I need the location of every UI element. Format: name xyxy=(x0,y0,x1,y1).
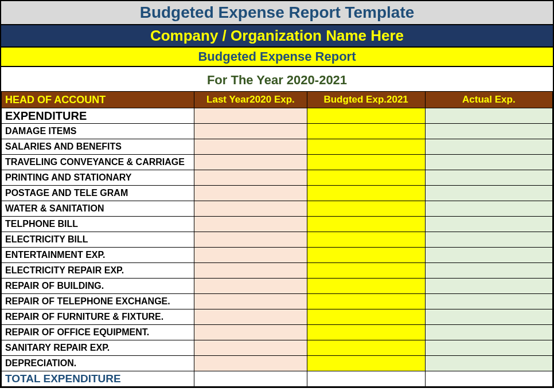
cell-budgeted[interactable] xyxy=(307,263,425,279)
table-row: REPAIR OF BUILDING. xyxy=(2,279,553,294)
cell-budgeted[interactable] xyxy=(307,356,425,371)
row-label: DEPRECIATION. xyxy=(2,356,194,371)
table-row: REPAIR OF TELEPHONE EXCHANGE. xyxy=(2,294,553,309)
cell-actual[interactable] xyxy=(425,356,552,371)
table-row: REPAIR OF FURNITURE & FIXTURE. xyxy=(2,309,553,325)
report-title: Budgeted Expense Report xyxy=(198,49,356,64)
total-budgeted[interactable] xyxy=(307,371,425,387)
cell-actual[interactable] xyxy=(425,170,552,186)
cell-budgeted[interactable] xyxy=(307,294,425,309)
cell-actual[interactable] xyxy=(425,139,552,155)
cell-actual[interactable] xyxy=(425,201,552,217)
row-label: ENTERTAINMENT EXP. xyxy=(2,248,194,263)
cell-last-year[interactable] xyxy=(194,155,307,170)
total-actual[interactable] xyxy=(425,371,552,387)
row-label: DAMAGE ITEMS xyxy=(2,124,194,139)
cell-actual[interactable] xyxy=(425,309,552,325)
cell-actual[interactable] xyxy=(425,263,552,279)
col-header-budgeted: Budgted Exp.2021 xyxy=(307,92,425,108)
table-row: TRAVELING CONVEYANCE & CARRIAGE xyxy=(2,155,553,170)
cell-actual[interactable] xyxy=(425,232,552,248)
row-label: REPAIR OF TELEPHONE EXCHANGE. xyxy=(2,294,194,309)
cell-last-year[interactable] xyxy=(194,279,307,294)
cell-budgeted[interactable] xyxy=(307,201,425,217)
table-row: REPAIR OF OFFICE EQUIPMENT. xyxy=(2,325,553,340)
cell-budgeted[interactable] xyxy=(307,217,425,232)
cell-actual[interactable] xyxy=(425,248,552,263)
table-row: ELECTRICITY REPAIR EXP. xyxy=(2,263,553,279)
cell-budgeted[interactable] xyxy=(307,170,425,186)
expense-table: HEAD OF ACCOUNT Last Year2020 Exp. Budgt… xyxy=(1,91,553,387)
cell-last-year[interactable] xyxy=(194,139,307,155)
col-header-last-year: Last Year2020 Exp. xyxy=(194,92,307,108)
cell-last-year[interactable] xyxy=(194,294,307,309)
cell-budgeted[interactable] xyxy=(307,186,425,201)
row-label: TELPHONE BILL xyxy=(2,217,194,232)
cell-last-year[interactable] xyxy=(194,170,307,186)
cell-last-year[interactable] xyxy=(194,263,307,279)
row-label: REPAIR OF OFFICE EQUIPMENT. xyxy=(2,325,194,340)
cell-budgeted[interactable] xyxy=(307,139,425,155)
cell-budgeted[interactable] xyxy=(307,340,425,356)
cell-actual[interactable] xyxy=(425,155,552,170)
table-row: POSTAGE AND TELE GRAM xyxy=(2,186,553,201)
report-wrap: Budgeted Expense Report Template Company… xyxy=(0,0,554,388)
company-bar: Company / Organization Name Here xyxy=(1,25,553,48)
cell-last-year[interactable] xyxy=(194,309,307,325)
col-header-account: HEAD OF ACCOUNT xyxy=(2,92,194,108)
row-label: WATER & SANITATION xyxy=(2,201,194,217)
total-last-year[interactable] xyxy=(194,371,307,387)
year-label: For The Year 2020-2021 xyxy=(207,73,347,87)
year-bar: For The Year 2020-2021 xyxy=(1,67,553,91)
category-row: EXPENDITURE xyxy=(2,108,553,124)
cell-last-year[interactable] xyxy=(194,356,307,371)
cell-budgeted[interactable] xyxy=(307,108,425,124)
cell-actual[interactable] xyxy=(425,217,552,232)
cell-budgeted[interactable] xyxy=(307,248,425,263)
report-title-bar: Budgeted Expense Report xyxy=(1,48,553,67)
cell-actual[interactable] xyxy=(425,108,552,124)
cell-budgeted[interactable] xyxy=(307,232,425,248)
row-label: SALARIES AND BENEFITS xyxy=(2,139,194,155)
cell-actual[interactable] xyxy=(425,294,552,309)
total-row: TOTAL EXPENDITURE xyxy=(2,371,553,387)
table-row: DAMAGE ITEMS xyxy=(2,124,553,139)
table-row: DEPRECIATION. xyxy=(2,356,553,371)
row-label: SANITARY REPAIR EXP. xyxy=(2,340,194,356)
cell-budgeted[interactable] xyxy=(307,124,425,139)
cell-actual[interactable] xyxy=(425,340,552,356)
header-row: HEAD OF ACCOUNT Last Year2020 Exp. Budgt… xyxy=(2,92,553,108)
row-label: REPAIR OF BUILDING. xyxy=(2,279,194,294)
cell-last-year[interactable] xyxy=(194,217,307,232)
cell-last-year[interactable] xyxy=(194,325,307,340)
title-bar: Budgeted Expense Report Template xyxy=(1,1,553,25)
cell-budgeted[interactable] xyxy=(307,155,425,170)
row-label: POSTAGE AND TELE GRAM xyxy=(2,186,194,201)
row-label: ELECTRICITY BILL xyxy=(2,232,194,248)
cell-last-year[interactable] xyxy=(194,201,307,217)
table-row: ENTERTAINMENT EXP. xyxy=(2,248,553,263)
table-row: SALARIES AND BENEFITS xyxy=(2,139,553,155)
template-title: Budgeted Expense Report Template xyxy=(140,3,415,21)
cell-budgeted[interactable] xyxy=(307,309,425,325)
company-name-placeholder[interactable]: Company / Organization Name Here xyxy=(150,27,404,44)
cell-last-year[interactable] xyxy=(194,124,307,139)
row-label: REPAIR OF FURNITURE & FIXTURE. xyxy=(2,309,194,325)
cell-actual[interactable] xyxy=(425,325,552,340)
cell-actual[interactable] xyxy=(425,279,552,294)
cell-last-year[interactable] xyxy=(194,340,307,356)
col-header-actual: Actual Exp. xyxy=(425,92,552,108)
table-row: WATER & SANITATION xyxy=(2,201,553,217)
table-row: SANITARY REPAIR EXP. xyxy=(2,340,553,356)
cell-last-year[interactable] xyxy=(194,232,307,248)
category-label: EXPENDITURE xyxy=(2,108,194,124)
row-label: TRAVELING CONVEYANCE & CARRIAGE xyxy=(2,155,194,170)
cell-last-year[interactable] xyxy=(194,248,307,263)
cell-budgeted[interactable] xyxy=(307,325,425,340)
table-row: TELPHONE BILL xyxy=(2,217,553,232)
cell-last-year[interactable] xyxy=(194,186,307,201)
cell-budgeted[interactable] xyxy=(307,279,425,294)
cell-actual[interactable] xyxy=(425,124,552,139)
cell-actual[interactable] xyxy=(425,186,552,201)
cell-last-year[interactable] xyxy=(194,108,307,124)
